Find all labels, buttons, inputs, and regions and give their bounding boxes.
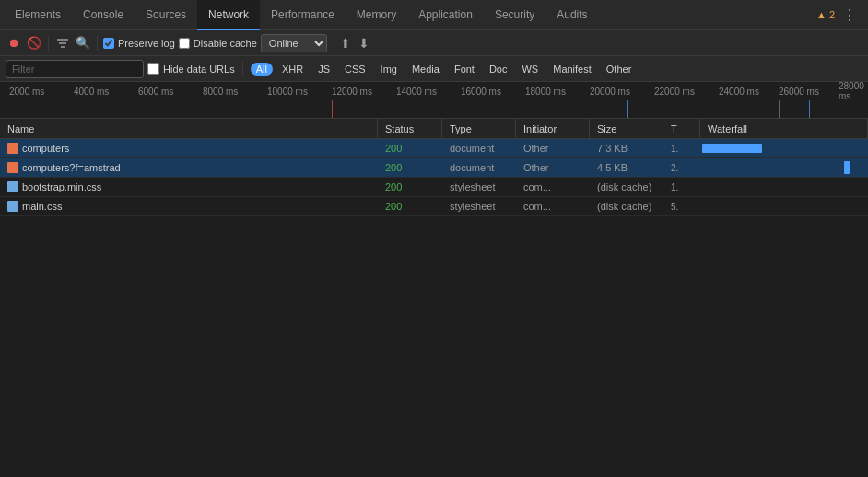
row-initiator-amstrad: Other — [516, 158, 590, 178]
tl-blue-line-2 — [809, 100, 810, 119]
hide-data-urls-checkbox[interactable] — [147, 63, 159, 75]
col-header-size[interactable]: Size — [590, 119, 663, 139]
filter-tag-doc[interactable]: Doc — [484, 63, 513, 76]
row-size-computers: 7.3 KB — [590, 139, 663, 158]
waterfall-bar-small — [844, 161, 850, 174]
export-button[interactable]: ⬇ — [357, 36, 371, 51]
tl-label-12000: 12000 ms — [332, 87, 372, 97]
hide-data-urls-label[interactable]: Hide data URLs — [147, 63, 235, 75]
row-time-amstrad: 2. — [663, 158, 700, 178]
import-button[interactable]: ⬆ — [338, 36, 353, 51]
tl-label-24000: 24000 ms — [719, 87, 759, 97]
col-header-type[interactable]: Type — [442, 119, 516, 139]
row-time-computers: 1. — [663, 139, 700, 158]
network-throttle-select[interactable]: Online Fast 3G Slow 3G Offline — [261, 34, 327, 52]
tab-elements[interactable]: Elements — [4, 0, 72, 30]
row-waterfall-amstrad — [700, 158, 868, 178]
tab-console[interactable]: Console — [72, 0, 135, 30]
tab-security[interactable]: Security — [484, 0, 545, 30]
toolbar-divider-1 — [48, 36, 49, 51]
tab-application[interactable]: Application — [407, 0, 484, 30]
preserve-log-label[interactable]: Preserve log — [103, 38, 175, 49]
disable-cache-checkbox[interactable] — [179, 38, 190, 49]
row-waterfall-bootstrap — [700, 178, 868, 197]
row-name-maincss: main.css — [0, 197, 378, 216]
tl-label-28000: 28000 ms — [839, 82, 868, 101]
tl-blue-line — [627, 100, 628, 119]
row-status-amstrad: 200 — [378, 158, 442, 178]
row-type-bootstrap: stylesheet — [442, 178, 516, 197]
row-type-maincss: stylesheet — [442, 197, 516, 216]
row-time-maincss: 5. — [663, 197, 700, 216]
col-header-status[interactable]: Status — [378, 119, 442, 139]
toolbar: ⏺ 🚫 🔍 Preserve log Disable cache Online … — [0, 30, 868, 56]
filter-tag-media[interactable]: Media — [406, 63, 445, 76]
record-button[interactable]: ⏺ — [6, 35, 22, 52]
row-icon-html — [7, 162, 18, 173]
warning-badge[interactable]: ▲ 2 — [816, 9, 835, 20]
disable-cache-label[interactable]: Disable cache — [179, 38, 257, 49]
row-time-bootstrap: 1. — [663, 178, 700, 197]
tl-label-4000: 4000 ms — [74, 87, 109, 97]
waterfall-bar — [702, 144, 762, 153]
row-size-maincss: (disk cache) — [590, 197, 663, 216]
row-name-computers: computers — [0, 139, 378, 158]
filter-tag-font[interactable]: Font — [449, 63, 480, 76]
filter-tag-other[interactable]: Other — [601, 63, 638, 76]
table-row[interactable]: main.css 200 stylesheet com... (disk cac… — [0, 197, 868, 216]
filter-tag-js[interactable]: JS — [312, 63, 335, 76]
row-waterfall-computers — [700, 139, 868, 158]
timeline-ruler: 2000 ms 4000 ms 6000 ms 8000 ms 10000 ms… — [0, 82, 868, 119]
tab-bar: Elements Console Sources Network Perform… — [0, 0, 868, 30]
tab-sources[interactable]: Sources — [135, 0, 197, 30]
row-size-amstrad: 4.5 KB — [590, 158, 663, 178]
tab-audits[interactable]: Audits — [545, 0, 598, 30]
tl-label-22000: 22000 ms — [654, 87, 695, 97]
filter-divider — [242, 62, 243, 76]
col-header-name[interactable]: Name — [0, 119, 378, 139]
table-row[interactable]: bootstrap.min.css 200 stylesheet com... … — [0, 178, 868, 197]
filter-tag-all[interactable]: All — [251, 63, 273, 76]
col-header-initiator[interactable]: Initiator — [516, 119, 590, 139]
tl-label-26000: 26000 ms — [779, 87, 819, 97]
row-icon-html — [7, 143, 18, 154]
tl-label-14000: 14000 ms — [396, 87, 437, 97]
tl-label-6000: 6000 ms — [138, 87, 173, 97]
tab-memory[interactable]: Memory — [346, 0, 407, 30]
row-initiator-bootstrap: com... — [516, 178, 590, 197]
clear-button[interactable]: 🚫 — [26, 35, 42, 52]
filter-button[interactable] — [54, 35, 71, 52]
row-icon-css — [7, 181, 18, 192]
network-rows: computers 200 document Other 7.3 KB 1. c… — [0, 139, 868, 216]
table-row[interactable]: computers?f=amstrad 200 document Other 4… — [0, 158, 868, 178]
tl-label-16000: 16000 ms — [461, 87, 501, 97]
search-button[interactable]: 🔍 — [75, 35, 91, 52]
filter-tag-xhr[interactable]: XHR — [276, 63, 309, 76]
filter-tag-manifest[interactable]: Manifest — [547, 63, 597, 76]
row-initiator-computers: Other — [516, 139, 590, 158]
row-type-amstrad: document — [442, 158, 516, 178]
more-options-icon[interactable]: ⋮ — [842, 6, 857, 24]
filter-tag-css[interactable]: CSS — [339, 63, 371, 76]
filter-tag-img[interactable]: Img — [375, 63, 403, 76]
tl-label-18000: 18000 ms — [525, 87, 566, 97]
tl-label-10000: 10000 ms — [267, 87, 308, 97]
row-status-maincss: 200 — [378, 197, 442, 216]
toolbar-divider-2 — [97, 36, 98, 51]
col-header-waterfall[interactable]: Waterfall — [700, 119, 868, 139]
row-name-amstrad: computers?f=amstrad — [0, 158, 378, 178]
col-header-time[interactable]: T — [663, 119, 700, 139]
row-type-computers: document — [442, 139, 516, 158]
preserve-log-checkbox[interactable] — [103, 38, 114, 49]
tab-performance[interactable]: Performance — [260, 0, 346, 30]
filter-input[interactable] — [6, 60, 144, 78]
tab-network[interactable]: Network — [197, 0, 260, 30]
table-row[interactable]: computers 200 document Other 7.3 KB 1. — [0, 139, 868, 158]
filter-tag-ws[interactable]: WS — [516, 63, 544, 76]
timeline-vlines — [0, 100, 868, 119]
row-status-bootstrap: 200 — [378, 178, 442, 197]
row-status-computers: 200 — [378, 139, 442, 158]
timeline-labels-row: 2000 ms 4000 ms 6000 ms 8000 ms 10000 ms… — [0, 82, 868, 100]
tab-right-area: ▲ 2 ⋮ — [816, 6, 864, 24]
tl-red-line — [332, 100, 333, 119]
